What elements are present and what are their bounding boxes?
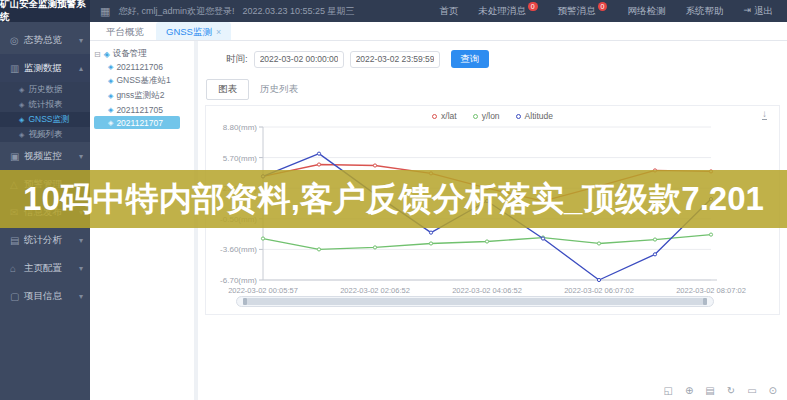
svg-text:8.80(mm): 8.80(mm) [223,123,258,132]
sidebar-submenu: ◈ 历史数据 ◈ 统计报表 ◈ GNSS监测 ◈ 视频列表 [0,82,90,142]
tab-platform-overview[interactable]: 平台概览 [96,22,154,40]
bullet-icon: ◈ [19,86,24,94]
tree-node-station[interactable]: ◈ 2021121705 [94,103,190,116]
overview-icon: ◎ [10,35,24,46]
overlay-banner-text: 10码中特内部资料,客户反馈分析落实_顶级款7.201 [23,177,764,222]
station-icon: ◈ [108,119,113,127]
collapse-icon[interactable]: ⊟ [94,50,101,59]
menu-unhandled-messages[interactable]: 未处理消息 0 [478,5,537,18]
sidebar-group-overview[interactable]: ◎ 态势总览 ▾ [0,26,90,54]
station-icon: ◈ [108,106,113,114]
chart-legend: x/lat y/lon Altitude [206,111,779,121]
sidebar-group-homepage-config[interactable]: ⌂ 主页配置 ▾ [0,254,90,282]
start-datetime-input[interactable] [254,51,344,68]
topbar-menu: 首页 未处理消息 0 预警消息 0 网络检测 系统帮助 ⇥ 退出 [439,5,787,18]
submenu-history-data[interactable]: ◈ 历史数据 [0,82,90,97]
legend-marker-ylon [473,114,478,119]
layers-icon[interactable]: ▤ [705,385,714,396]
chevron-down-icon: ▾ [79,36,83,45]
bullet-icon: ◈ [19,116,24,124]
sidebar-group-video[interactable]: ▣ 视频监控 ▾ [0,142,90,170]
sidebar-group-statistics[interactable]: ▤ 统计分析 ▾ [0,226,90,254]
tree-node-station[interactable]: ◈ 2021121706 [94,60,190,73]
tree-node-station[interactable]: ◈ GNSS基准站1 [94,73,190,88]
menu-network-check[interactable]: 网络检测 [627,5,665,18]
save-as-image-icon[interactable]: ↓ [762,109,767,120]
frame-icon[interactable]: ▭ [747,385,756,396]
close-icon[interactable]: × [216,27,221,37]
station-icon: ◈ [108,63,113,71]
station-icon: ◈ [108,77,113,85]
end-datetime-input[interactable] [350,51,440,68]
datazoom-left-handle[interactable] [243,298,247,305]
app-window: 矿山安全监测预警系统 ▦ 您好, cmlj_admin欢迎您登录! 2022.0… [0,0,787,400]
current-datetime: 2022.03.23 10:55:25 星期三 [242,5,354,18]
workspace-tabbar: 平台概览 GNSS监测× [90,22,787,41]
svg-text:2022-03-02 06:07:02: 2022-03-02 06:07:02 [564,286,634,294]
svg-text:2022-03-02 08:07:02: 2022-03-02 08:07:02 [676,286,746,294]
target-icon[interactable]: ⊙ [769,385,777,396]
alert-badge: 0 [598,2,608,11]
menu-help[interactable]: 系统帮助 [685,5,723,18]
submenu-report[interactable]: ◈ 统计报表 [0,97,90,112]
query-toolbar: 时间: 查询 [198,41,787,68]
chevron-down-icon: ▾ [79,292,83,301]
time-label: 时间: [226,53,248,66]
sidebar-group-project-info[interactable]: ▢ 项目信息 ▾ [0,282,90,310]
sidebar-group-monitor-data[interactable]: ▥ 监测数据 ▴ [0,54,90,82]
submenu-gnss-monitor[interactable]: ◈ GNSS监测 [0,112,90,127]
legend-marker-xlat [432,114,437,119]
bullet-icon: ◈ [19,101,24,109]
monitor-data-icon: ▥ [10,63,24,74]
svg-text:-3.60(mm): -3.60(mm) [220,245,257,254]
refresh-icon[interactable]: ↻ [727,385,735,396]
apps-grid-icon[interactable]: ▦ [100,5,110,18]
user-greeting: 您好, cmlj_admin欢迎您登录! [118,5,234,18]
zoom-in-icon[interactable]: ⊕ [685,385,693,396]
legend-item-altitude[interactable]: Altitude [516,111,553,121]
datazoom-right-handle[interactable] [703,298,707,305]
unhandled-badge: 0 [528,2,538,11]
statistics-icon: ▤ [10,235,24,246]
chevron-down-icon: ▾ [79,236,83,245]
chevron-up-icon: ▴ [79,64,83,73]
svg-text:-6.70(mm): -6.70(mm) [220,276,257,285]
submenu-video-list[interactable]: ◈ 视频列表 [0,127,90,142]
logout-icon: ⇥ [743,5,751,15]
tree-root-device-management[interactable]: ⊟ ◈ 设备管理 [94,48,190,60]
overlay-banner: 10码中特内部资料,客户反馈分析落实_顶级款7.201 [0,170,787,228]
home-icon: ⌂ [10,263,24,274]
menu-logout[interactable]: ⇥ 退出 [743,5,773,18]
chevron-down-icon: ▾ [79,264,83,273]
view-tabs: 图表 历史列表 [206,79,787,100]
viewer-controls: ◱ ⊕ ▤ ↻ ▭ ⊙ [663,385,777,396]
svg-text:5.70(mm): 5.70(mm) [223,154,258,163]
view-tab-history-list[interactable]: 历史列表 [249,80,309,99]
legend-item-ylon[interactable]: y/lon [473,111,500,121]
device-group-icon: ◈ [104,50,110,59]
view-tab-chart[interactable]: 图表 [206,79,249,100]
tree-node-station[interactable]: ◈ gnss监测站2 [94,88,190,103]
legend-item-xlat[interactable]: x/lat [432,111,457,121]
topbar: 矿山安全监测预警系统 ▦ 您好, cmlj_admin欢迎您登录! 2022.0… [0,0,787,22]
video-icon: ▣ [10,151,24,162]
datazoom-slider[interactable] [236,296,714,307]
tree-node-station-selected[interactable]: ◈ 2021121707 [94,116,180,129]
query-button[interactable]: 查询 [451,50,489,68]
project-icon: ▢ [10,291,24,302]
fullscreen-icon[interactable]: ◱ [663,385,672,396]
datazoom-range[interactable] [245,298,705,305]
menu-home[interactable]: 首页 [439,5,458,18]
svg-text:2022-03-02 04:06:52: 2022-03-02 04:06:52 [452,286,522,294]
chevron-down-icon: ▾ [79,152,83,161]
bullet-icon: ◈ [19,131,24,139]
svg-text:2022-03-02 02:06:52: 2022-03-02 02:06:52 [340,286,410,294]
legend-marker-altitude [516,114,521,119]
tab-gnss-monitor[interactable]: GNSS监测× [156,22,231,40]
svg-text:2022-03-02 00:05:57: 2022-03-02 00:05:57 [228,286,298,294]
station-icon: ◈ [108,92,113,100]
app-logo-title: 矿山安全监测预警系统 [0,0,90,22]
menu-alert-messages[interactable]: 预警消息 0 [558,5,608,18]
